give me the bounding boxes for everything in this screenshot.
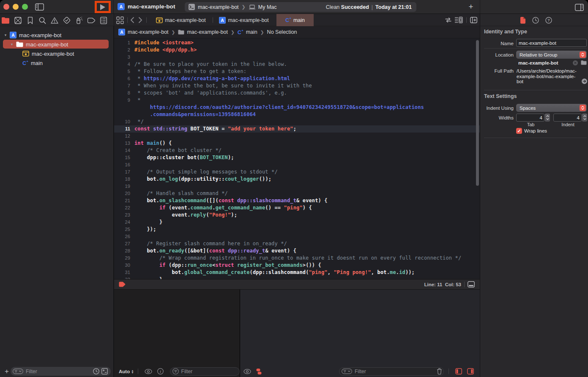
scheme-selector[interactable]: mac-example-bot ❯ My Mac Clean Succeeded… <box>185 2 416 12</box>
related-items-icon[interactable] <box>445 17 451 23</box>
close-window-button[interactable] <box>3 4 9 10</box>
variables-scope-dropdown[interactable]: Auto▲▼ <box>119 369 134 374</box>
tree-item-label: mac-example-bot <box>19 32 61 38</box>
clear-console-icon[interactable] <box>437 368 442 374</box>
disclosure-chevron-icon[interactable]: ▾ <box>10 42 14 46</box>
debugger-output-icon[interactable] <box>256 368 262 375</box>
wrap-lines-checkbox[interactable]: ✓ <box>516 128 522 134</box>
line-number: 25 <box>114 226 132 233</box>
line-number: 31 <box>114 269 132 276</box>
tab-mac-example-bot[interactable]: mac-example-bot <box>150 14 212 26</box>
minimize-window-button[interactable] <box>13 4 19 10</box>
variables-view[interactable]: Auto▲▼ i <box>114 290 240 377</box>
code-line-23: 23 event.reply("Pong!"); <box>114 212 480 219</box>
tab-width-field[interactable]: 4 <box>516 114 544 122</box>
indent-width-field[interactable]: 4 <box>553 114 582 122</box>
name-field[interactable]: mac-example-bot <box>516 39 587 47</box>
add-editor-icon[interactable] <box>470 17 477 23</box>
filter-icon <box>13 369 23 374</box>
editor-scrollbar[interactable] <box>476 40 479 186</box>
line-number: 30 <box>114 262 132 269</box>
disclosure-chevron-icon[interactable]: ▾ <box>3 33 8 37</box>
scheme-destination[interactable]: My Mac <box>258 4 277 10</box>
history-inspector-icon[interactable] <box>532 17 539 24</box>
go-forward-icon[interactable] <box>138 17 142 23</box>
console-eye-icon[interactable] <box>243 369 251 374</box>
code-line-22: 22 if (event.command.get_command_name() … <box>114 204 480 212</box>
add-file-button[interactable]: + <box>3 368 10 375</box>
text-settings-header: Text Settings <box>484 93 517 99</box>
tree-item-mac-example-bot-folder[interactable]: ▾mac-example-bot <box>0 40 114 49</box>
console-view[interactable]: Filter <box>240 290 480 377</box>
status-separator: | <box>372 4 373 10</box>
breadcrumb-main[interactable]: C+main <box>238 29 257 35</box>
reports-navigator-icon[interactable] <box>100 16 107 24</box>
tree-item-main-cpp[interactable]: C+main <box>0 58 114 68</box>
show-console-pane-icon[interactable] <box>467 368 474 374</box>
code-line-5: 5 * Follow steps here to get a token: <box>114 68 480 75</box>
hide-debug-area-icon[interactable] <box>468 281 475 287</box>
new-tab-button[interactable]: + <box>467 3 475 11</box>
zoom-window-button[interactable] <box>22 4 28 10</box>
breadcrumb-no-selection[interactable]: No Selection <box>267 29 297 35</box>
recent-files-icon[interactable] <box>93 368 99 374</box>
toggle-inspector-icon[interactable] <box>575 4 584 11</box>
project-navigator-icon[interactable] <box>2 16 9 24</box>
activity-view[interactable]: Clean Succeeded | Today at 21:01 <box>326 2 412 12</box>
minimap-options-icon[interactable] <box>454 16 463 24</box>
variables-bottom-bar: Auto▲▼ i <box>114 366 240 377</box>
breadcrumb-mac-example-bot[interactable]: Amac-example-bot <box>118 29 169 35</box>
debugbar-divider <box>464 282 465 287</box>
source-editor[interactable]: 1#include <iostream>2#include <dpp/dpp.h… <box>114 38 480 279</box>
variables-info-icon[interactable]: i <box>157 368 164 374</box>
wrap-lines-label: Wrap lines <box>524 128 547 133</box>
tab-main[interactable]: C+main <box>276 14 314 26</box>
widths-label: Widths <box>481 115 514 120</box>
file-inspector-icon[interactable] <box>520 17 525 24</box>
choose-folder-icon[interactable] <box>581 60 587 65</box>
breakpoints-navigator-icon[interactable] <box>88 16 95 24</box>
location-dropdown[interactable]: Relative to Group <box>516 51 587 59</box>
toolbar-main: A mac-example-bot mac-example-bot ❯ <box>114 0 479 14</box>
indent-width-stepper[interactable] <box>582 114 587 122</box>
code-line-24: 24 } <box>114 219 480 226</box>
tree-item-mac-example-bot-project[interactable]: ▾Amac-example-bot <box>0 30 114 40</box>
indent-using-dropdown[interactable]: Spaces <box>516 104 587 112</box>
scheme-target[interactable]: mac-example-bot <box>198 4 239 10</box>
console-filter-field[interactable]: Filter <box>339 367 444 376</box>
clear-location-icon[interactable] <box>573 60 578 65</box>
filter-placeholder: Filter <box>181 369 239 374</box>
tests-navigator-icon[interactable] <box>63 16 71 24</box>
reveal-path-icon[interactable] <box>582 79 587 84</box>
code-line-9: 9 * <box>114 97 480 104</box>
inspector-bar: ? <box>480 14 588 26</box>
svg-text:A: A <box>221 18 224 23</box>
show-only-variables-icon[interactable] <box>145 369 152 374</box>
help-inspector-icon[interactable]: ? <box>545 17 552 24</box>
tab-mac-example-bot[interactable]: Amac-example-bot <box>213 14 275 26</box>
source-control-navigator-icon[interactable] <box>14 16 22 24</box>
line-number <box>114 104 132 111</box>
tab-width-stepper[interactable] <box>545 114 550 122</box>
code-line-31: 31 bot.global_command_create(dpp::slashc… <box>114 269 480 276</box>
tree-item-mac-example-bot-target[interactable]: mac-example-bot <box>0 49 114 58</box>
breadcrumb-mac-example-bot[interactable]: mac-example-bot <box>178 29 228 35</box>
show-variables-pane-icon[interactable] <box>455 368 462 374</box>
run-button[interactable] <box>97 3 109 11</box>
find-navigator-icon[interactable] <box>38 16 46 24</box>
toggle-navigator-icon[interactable] <box>35 3 44 11</box>
debug-navigator-icon[interactable] <box>75 16 83 24</box>
go-back-icon[interactable] <box>130 17 134 23</box>
line-number: 32 <box>114 276 132 279</box>
breakpoints-toggle-icon[interactable] <box>119 282 126 287</box>
source-control-status-icon[interactable] <box>101 368 108 374</box>
navigator-filter-field[interactable]: Filter <box>11 367 111 376</box>
variables-filter-field[interactable]: Filter <box>170 367 240 376</box>
issues-navigator-icon[interactable] <box>51 16 58 24</box>
line-number: 24 <box>114 219 132 226</box>
bookmarks-navigator-icon[interactable] <box>26 16 34 24</box>
code-line-30: 30 if (dpp::run_once<struct register_bot… <box>114 262 480 269</box>
tab-label: mac-example-bot <box>228 17 269 23</box>
code-line-28: 28 bot.on_ready([&bot](const dpp::ready_… <box>114 247 480 255</box>
editor-grid-icon[interactable] <box>116 16 124 24</box>
